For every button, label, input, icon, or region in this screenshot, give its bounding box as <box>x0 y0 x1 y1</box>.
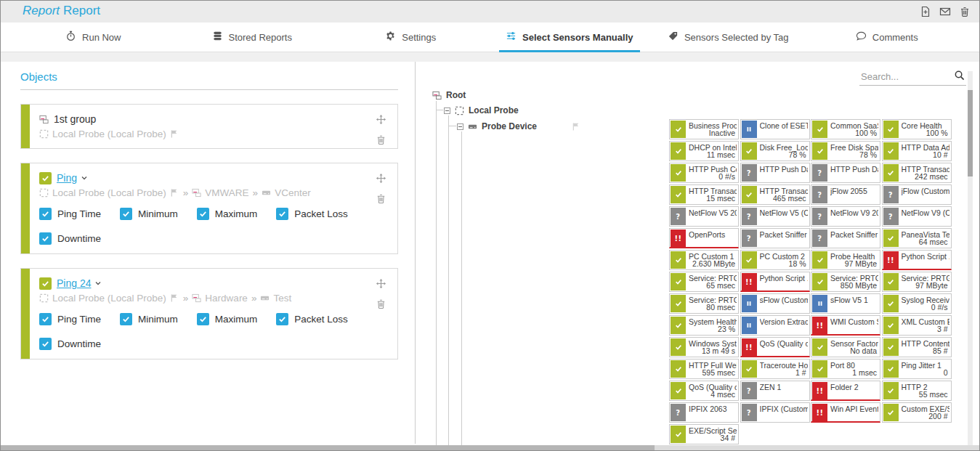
sensor-tile[interactable]: ?NetFlow V5 20... <box>669 206 739 227</box>
sensor-tile[interactable]: !!WMI Custom S... <box>811 315 880 336</box>
sensor-tile[interactable]: Core Health100 % <box>882 119 952 139</box>
sensor-tile[interactable]: ?NetFlow V9 (C... <box>882 206 952 227</box>
sensor-tile[interactable]: HTTP Data Ad...10 # <box>882 141 952 161</box>
sensor-tile[interactable]: ?IPFIX 2063 <box>669 402 739 423</box>
sensor-tile[interactable]: Clone of ESET ... <box>740 119 810 139</box>
sensor-tile[interactable]: HTTP Content 185 # <box>882 337 952 357</box>
tree-collapse-toggle[interactable] <box>457 123 463 130</box>
channel-checkbox[interactable] <box>120 208 132 220</box>
sensor-tile[interactable]: PC Custom 12.630 MByte <box>669 250 739 270</box>
vertical-scrollbar-thumb[interactable] <box>968 90 973 176</box>
sensor-tile[interactable]: !!Python Script ... <box>882 250 952 270</box>
sensor-tile[interactable]: ?jFlow 2055 <box>811 184 880 205</box>
delete-button[interactable] <box>376 193 386 204</box>
sensor-tile[interactable]: Disk Free_Local78 % <box>740 141 810 161</box>
sensor-tile[interactable]: Free Disk Spac...78 % <box>811 141 880 161</box>
add-report-button[interactable] <box>920 6 931 17</box>
delete-button[interactable] <box>376 298 386 309</box>
sensor-tile[interactable]: Custom EXE/S...200 # <box>882 402 952 423</box>
tab-settings[interactable]: Settings <box>331 23 490 52</box>
sensor-name: Python Script ... <box>902 252 949 261</box>
sensor-tile[interactable]: sFlow V5 1 <box>811 293 880 314</box>
search-input[interactable] <box>861 69 947 84</box>
tree-node-label[interactable]: Root <box>446 90 466 100</box>
tab-comments[interactable]: Comments <box>808 23 967 52</box>
delete-report-button[interactable] <box>959 6 971 17</box>
sensor-tile[interactable]: Service: PRTG ...850 MByte <box>811 272 880 292</box>
sensor-tile[interactable]: Service: PRTG ...80 msec <box>669 293 739 314</box>
move-button[interactable] <box>376 278 386 289</box>
sensor-tile[interactable]: ?HTTP Push Da... <box>740 163 810 183</box>
tab-select-sensors-manually[interactable]: Select Sensors Manually <box>490 23 649 52</box>
sensor-tile[interactable]: Port 801 msec <box>811 359 880 379</box>
sensor-tile[interactable]: !!QoS (Quality of... <box>740 337 810 357</box>
sensor-tile[interactable]: Version Extract... <box>740 315 810 336</box>
sensor-tile[interactable]: !!OpenPorts <box>669 228 739 248</box>
horizontal-scrollbar-thumb[interactable] <box>1 445 655 450</box>
channel-checkbox[interactable] <box>39 232 52 245</box>
search-icon[interactable] <box>954 70 965 81</box>
channel-checkbox[interactable] <box>276 208 288 220</box>
sensor-tile[interactable]: !!Folder 2 <box>811 381 880 401</box>
sensor-tile[interactable]: PaneaVista Te...64 msec <box>882 228 952 248</box>
sensor-tile[interactable]: Sensor Factory...No data <box>811 337 880 357</box>
channel-checkbox[interactable] <box>39 208 52 220</box>
sensor-tile[interactable]: ?Packet Sniffer 2 <box>811 228 880 248</box>
tree-collapse-toggle[interactable] <box>444 107 450 114</box>
sensor-tile[interactable]: EXE/Script Sen...34 # <box>669 424 739 444</box>
sensor-tile[interactable]: XML Custom E...3 # <box>882 315 952 336</box>
channel-checkbox[interactable] <box>120 313 132 325</box>
object-checkbox[interactable] <box>39 277 52 290</box>
channel-checkbox[interactable] <box>197 208 209 220</box>
sensor-tile[interactable]: Service: PRTG ...65 msec <box>669 272 739 292</box>
sensor-tile[interactable]: ?Packet Sniffer 1 <box>740 228 810 248</box>
sensor-tile[interactable]: Service: PRTG ...97 MByte <box>882 272 952 292</box>
sensor-tile[interactable]: ?ZEN 1 <box>740 381 810 401</box>
sensor-tile[interactable]: ?IPFIX (Custom... <box>740 402 810 423</box>
sensor-tile[interactable]: HTTP Transact...465 msec <box>740 184 810 205</box>
channel-checkbox[interactable] <box>39 313 52 325</box>
device-icon <box>262 188 271 198</box>
sensor-tile[interactable]: HTTP Full Web...595 msec <box>669 359 739 379</box>
tree-node-label[interactable]: Probe Device <box>482 121 537 131</box>
path-separator: » <box>253 187 259 198</box>
sensor-tile[interactable]: HTTP Transact...242 msec <box>882 163 952 183</box>
sensor-tile[interactable]: ?NetFlow V5 (C... <box>740 206 810 227</box>
sensor-tile[interactable]: Probe Health97 MByte <box>811 250 880 270</box>
sensor-tile[interactable]: Common SaaS...100 % <box>811 119 880 139</box>
sensor-tile[interactable]: Business Proc...Inactive <box>669 119 739 139</box>
channel-checkbox[interactable] <box>39 338 52 350</box>
sensor-tile[interactable]: HTTP Transact...15 msec <box>669 184 739 205</box>
sensor-tile[interactable]: QoS (Quality of...4 msec <box>669 381 739 401</box>
object-checkbox[interactable] <box>39 172 52 184</box>
tree-node-label[interactable]: Local Probe <box>469 105 519 115</box>
sensor-tile[interactable]: System Health23 % <box>669 315 739 336</box>
sensor-tile[interactable]: !!Win API Eventl... <box>811 402 880 423</box>
sensor-tile[interactable]: DHCP on Intel(...11 msec <box>669 141 739 161</box>
sensor-tile[interactable]: ?HTTP Push Da... <box>811 163 880 183</box>
channel-checkbox[interactable] <box>197 313 209 325</box>
sensor-tile[interactable]: !!Python Script ... <box>740 272 810 292</box>
object-title[interactable]: Ping 24 <box>57 277 91 289</box>
sensor-tile[interactable]: PC Custom 218 % <box>740 250 810 270</box>
tab-run-now[interactable]: Run Now <box>14 23 173 52</box>
vertical-scrollbar[interactable] <box>968 71 973 447</box>
sensor-tile[interactable]: Ping Jitter 10 <box>882 359 952 379</box>
sensor-tile[interactable]: Windows Syst...13 m 49 s <box>669 337 739 357</box>
move-button[interactable] <box>376 114 386 125</box>
move-button[interactable] <box>376 173 386 184</box>
sensor-tile[interactable]: ?jFlow (Custom... <box>882 184 952 205</box>
channel-checkbox[interactable] <box>276 313 288 325</box>
sensor-tile[interactable]: HTTP Push Co...0 #/s <box>669 163 739 183</box>
sensor-tile[interactable]: sFlow (Custom... <box>740 293 810 314</box>
horizontal-scrollbar[interactable] <box>1 445 979 450</box>
sensor-tile[interactable]: Traceroute Ho...1 # <box>740 359 810 379</box>
tab-stored-reports[interactable]: Stored Reports <box>173 23 332 52</box>
delete-button[interactable] <box>376 134 386 145</box>
send-email-button[interactable] <box>939 6 951 17</box>
sensor-tile[interactable]: ?NetFlow V9 20... <box>811 206 880 227</box>
sensor-tile[interactable]: Syslog Receive...0 #/s <box>882 293 952 314</box>
sensor-tile[interactable]: HTTP 255 msec <box>882 381 952 401</box>
tab-sensors-selected-by-tag[interactable]: Sensors Selected by Tag <box>649 23 808 52</box>
object-title[interactable]: Ping <box>57 172 77 184</box>
